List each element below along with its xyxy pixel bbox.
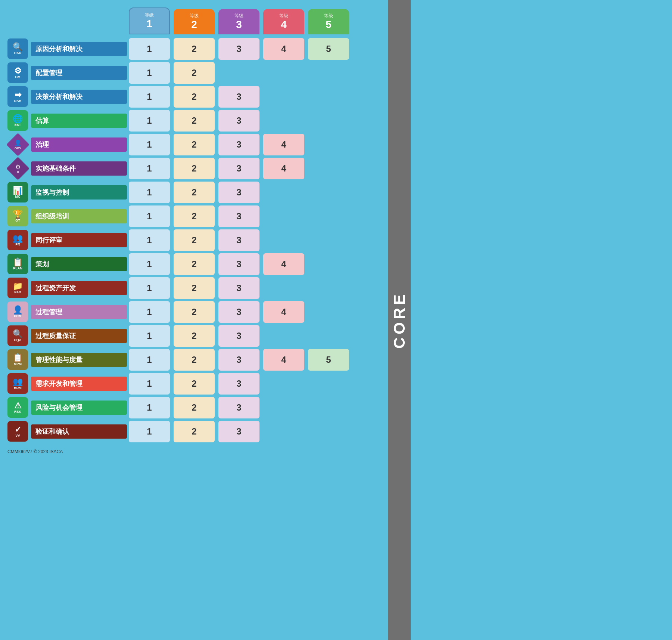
cell-GOV-level5	[308, 134, 349, 155]
cell-DAR-level4	[263, 86, 304, 108]
cell-OT-level5	[308, 205, 349, 227]
cell-MPM-level2: 2	[174, 349, 215, 371]
cell-PAD-level5	[308, 277, 349, 299]
cell-II-level4: 4	[263, 158, 304, 179]
table-row: ⚠RSK风险与机会管理123	[7, 396, 403, 419]
cell-OT-level3: 3	[218, 205, 259, 227]
icon-GOV: 👤GOV	[7, 134, 28, 155]
label-MC: 监视与控制	[31, 185, 127, 200]
cell-EST-level1: 1	[129, 110, 170, 132]
table-row: 🏆OT组织级培训123	[7, 205, 403, 228]
icon-OT: 🏆OT	[7, 206, 28, 226]
cells-CAR: 12345	[127, 37, 403, 61]
cell-PLAN-level3: 3	[218, 253, 259, 275]
cell-PR-level4	[263, 229, 304, 251]
cell-VV-level3: 3	[218, 421, 259, 442]
cells-II: 1234	[127, 157, 403, 180]
icon-PAD: 📁PAD	[7, 278, 28, 298]
cell-CM-level5	[308, 62, 349, 84]
label-CAR: 原因分析和解决	[31, 42, 127, 56]
icon-RSK: ⚠RSK	[7, 397, 28, 418]
cell-DAR-level1: 1	[129, 86, 170, 108]
cell-PLAN-level1: 1	[129, 253, 170, 275]
cells-PLAN: 1234	[127, 253, 403, 276]
cell-PCM-level3: 3	[218, 301, 259, 323]
cell-GOV-level3: 3	[218, 134, 259, 155]
icon-CAR: 🔍CAR	[7, 38, 28, 59]
cell-RDM-level2: 2	[174, 373, 215, 395]
cell-CM-level2: 2	[174, 62, 215, 84]
cells-VV: 123	[127, 420, 403, 443]
label-PAD: 过程资产开发	[31, 281, 127, 295]
table-row: 📋MPM管理性能与度量12345	[7, 348, 403, 371]
cells-EST: 123	[127, 109, 403, 132]
cell-RSK-level1: 1	[129, 397, 170, 418]
cell-RSK-level2: 2	[174, 397, 215, 418]
row-left-MPM: 📋MPM管理性能与度量	[7, 348, 127, 371]
table-row: 🔍PQA过程质量保证123	[7, 324, 403, 347]
table-row: ✓VV验证和确认123	[7, 420, 403, 443]
row-left-OT: 🏆OT组织级培训	[7, 205, 127, 228]
cell-MPM-level4: 4	[263, 349, 304, 371]
cells-DAR: 123	[127, 85, 403, 108]
cell-VV-level4	[263, 421, 304, 442]
cell-PQA-level4	[263, 325, 304, 347]
table-row: ⚙II实施基础条件1234	[7, 157, 403, 180]
cell-CM-level1: 1	[129, 62, 170, 84]
label-CM: 配置管理	[31, 66, 127, 80]
table-row: 🔍CAR原因分析和解决12345	[7, 37, 403, 61]
cell-PQA-level3: 3	[218, 325, 259, 347]
cell-MC-level1: 1	[129, 182, 170, 203]
cell-CAR-level1: 1	[129, 38, 170, 60]
icon-MC: 📊MC	[7, 182, 28, 202]
row-left-VV: ✓VV验证和确认	[7, 420, 127, 443]
cell-PQA-level5	[308, 325, 349, 347]
cell-PR-level3: 3	[218, 229, 259, 251]
cell-GOV-level1: 1	[129, 134, 170, 155]
table-row: 👤PCM过程管理1234	[7, 300, 403, 324]
table-row: 👥RDM需求开发和管理123	[7, 372, 403, 395]
label-PR: 同行评审	[31, 233, 127, 247]
row-left-DAR: ➡DAR决策分析和解决	[7, 85, 127, 108]
icon-CM: ⚙CM	[7, 62, 28, 83]
cells-OT: 123	[127, 205, 403, 228]
row-left-II: ⚙II实施基础条件	[7, 157, 127, 180]
icon-MPM: 📋MPM	[7, 349, 28, 370]
row-left-PR: 👥PR同行评审	[7, 229, 127, 252]
cell-RDM-level1: 1	[129, 373, 170, 395]
table-row: 👤GOV治理1234	[7, 133, 403, 156]
cell-MPM-level5: 5	[308, 349, 349, 371]
cells-MPM: 12345	[127, 348, 403, 371]
table-row: 🌐EST估算123	[7, 109, 403, 132]
cells-GOV: 1234	[127, 133, 403, 156]
label-RSK: 风险与机会管理	[31, 401, 127, 415]
cell-II-level5	[308, 158, 349, 179]
table-row: 📋PLAN策划1234	[7, 253, 403, 276]
cell-VV-level5	[308, 421, 349, 442]
row-left-CAR: 🔍CAR原因分析和解决	[7, 37, 127, 61]
cells-PAD: 123	[127, 276, 403, 300]
cells-RSK: 123	[127, 396, 403, 419]
cell-PAD-level1: 1	[129, 277, 170, 299]
cells-RDM: 123	[127, 372, 403, 395]
cell-PLAN-level2: 2	[174, 253, 215, 275]
row-left-GOV: 👤GOV治理	[7, 133, 127, 156]
label-MPM: 管理性能与度量	[31, 353, 127, 367]
cell-MPM-level3: 3	[218, 349, 259, 371]
cell-VV-level2: 2	[174, 421, 215, 442]
cell-PQA-level2: 2	[174, 325, 215, 347]
cell-MC-level5	[308, 182, 349, 203]
row-left-PCM: 👤PCM过程管理	[7, 300, 127, 324]
cell-MPM-level1: 1	[129, 349, 170, 371]
cell-II-level2: 2	[174, 158, 215, 179]
level-badge-3: 等级3	[218, 9, 259, 34]
cells-PQA: 123	[127, 324, 403, 347]
label-PLAN: 策划	[31, 257, 127, 271]
cell-OT-level1: 1	[129, 205, 170, 227]
table-row: 👥PR同行评审123	[7, 229, 403, 252]
cell-PCM-level2: 2	[174, 301, 215, 323]
cell-EST-level2: 2	[174, 110, 215, 132]
cell-OT-level2: 2	[174, 205, 215, 227]
cell-PAD-level2: 2	[174, 277, 215, 299]
table-row: 📊MC监视与控制123	[7, 181, 403, 204]
